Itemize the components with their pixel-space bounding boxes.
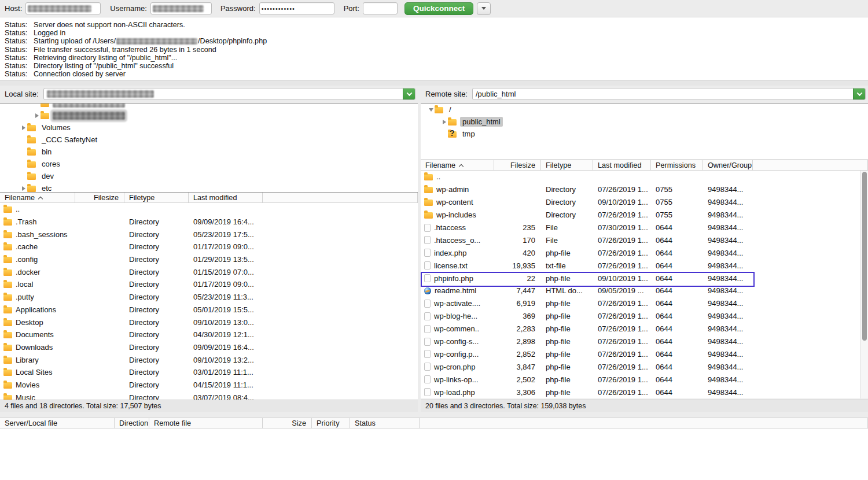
local-site-input[interactable] [43,88,415,100]
file-icon [424,350,431,358]
queue-column-remote-file[interactable]: Remote file [149,418,263,429]
queue-column-direction[interactable]: Direction [115,418,149,429]
expand-arrow-icon[interactable] [441,120,448,124]
list-row[interactable]: wp-config-s...2,898php-file07/26/2019 1.… [421,335,868,348]
list-row[interactable]: .htaccess235File07/30/2019 1...064494983… [421,221,868,234]
column-header-filetype[interactable]: Filetype [124,193,189,203]
list-row[interactable]: DesktopDirectory09/10/2019 13:0... [0,316,418,328]
host-input[interactable] [25,2,101,14]
list-row[interactable]: .dockerDirectory01/15/2019 07:0... [0,265,418,278]
list-row[interactable]: .TrashDirectory09/09/2019 16:4... [0,216,418,228]
folder-icon [3,307,12,313]
tree-item[interactable]: tmp [421,128,868,140]
column-header-permissions[interactable]: Permissions [651,160,703,171]
column-header-filesize[interactable]: Filesize [75,193,124,203]
list-row[interactable]: phpinfo.php22php-file09/10/2019 1...0644… [421,272,868,285]
tree-item[interactable]: _CCC SafetyNet [0,134,418,146]
folder-icon [3,382,12,389]
owner-cell: 9498344... [703,348,753,360]
column-header-last-modified[interactable]: Last modified [593,160,651,171]
tree-item[interactable] [0,103,418,109]
scrollbar-thumb[interactable] [862,172,867,341]
column-header-filesize[interactable]: Filesize [494,160,541,171]
list-row[interactable]: .bash_sessionsDirectory05/23/2019 17:5..… [0,228,418,241]
list-row[interactable]: wp-contentDirectory09/10/2019 1...075594… [421,196,868,209]
list-row[interactable]: DocumentsDirectory04/30/2019 12:1... [0,328,418,341]
local-site-dropdown-button[interactable] [403,88,415,100]
expand-arrow-icon[interactable] [20,186,27,191]
list-row[interactable]: DownloadsDirectory09/09/2019 16:4... [0,341,418,354]
tree-item[interactable]: / [421,104,868,116]
filename-text: .htaccess [434,223,466,232]
password-input[interactable]: •••••••••••• [259,2,334,14]
spacer-cell [263,366,418,379]
list-row[interactable]: Local SitesDirectory03/01/2019 11:1... [0,366,418,379]
filesize-cell [494,171,541,183]
list-row[interactable]: wp-config.p...2,852php-file07/26/2019 1.… [421,348,868,360]
filetype-cell: txt-file [541,259,593,272]
column-header-filename[interactable]: Filename [421,160,494,171]
list-row[interactable]: wp-blog-he...369php-file07/26/2019 1...0… [421,310,868,323]
queue-column-status[interactable]: Status [350,418,420,429]
folder-icon [448,119,457,125]
column-header-filetype[interactable]: Filetype [541,160,593,171]
list-row[interactable]: .htaccess_o...170File07/26/2019 1...0644… [421,234,868,246]
filesize-cell [75,228,124,241]
username-input[interactable] [150,2,212,14]
tree-item[interactable]: dev [0,170,418,182]
column-header-owner-group[interactable]: Owner/Group [703,160,753,171]
list-row[interactable]: readme.html7,447HTML do...09/05/2019 ...… [421,285,868,297]
spacer-cell [263,353,418,366]
folder-icon [424,200,433,206]
list-row[interactable]: wp-links-op...2,502php-file07/26/2019 1.… [421,373,868,386]
status-label: Status: [0,62,34,70]
modified-cell: 07/26/2019 1... [593,360,651,373]
collapse-arrow-icon[interactable] [428,108,435,112]
spacer-cell [753,183,868,196]
list-row[interactable]: index.php420php-file07/26/2019 1...06449… [421,246,868,259]
list-row[interactable]: .cacheDirectory01/17/2019 09:0... [0,241,418,253]
tree-item[interactable]: cores [0,158,418,170]
port-input[interactable] [363,2,398,14]
quickconnect-dropdown-button[interactable] [477,2,491,15]
queue-column-size[interactable]: Size [263,418,312,429]
list-row[interactable]: wp-activate....6,919php-file07/26/2019 1… [421,297,868,310]
list-row[interactable]: .localDirectory01/17/2019 09:0... [0,278,418,291]
tree-item-label: _CCC SafetyNet [39,135,100,145]
expand-arrow-icon[interactable] [34,113,41,118]
list-row[interactable]: .. [421,171,868,183]
list-row[interactable]: ApplicationsDirectory05/01/2019 15:5... [0,304,418,316]
remote-site-dropdown-button[interactable] [853,88,865,100]
queue-column-priority[interactable]: Priority [312,418,350,429]
list-row[interactable]: license.txt19,935txt-file07/26/2019 1...… [421,259,868,272]
column-header-filename[interactable]: Filename [0,193,75,203]
list-row[interactable]: wp-includesDirectory07/26/2019 1...07559… [421,209,868,221]
filetype-cell [541,171,593,183]
owner-cell: 9498344... [703,209,753,221]
list-row[interactable]: MusicDirectory03/07/2019 08:4... [0,391,418,400]
tree-item[interactable]: Volumes [0,121,418,134]
list-row[interactable]: LibraryDirectory09/10/2019 13:2... [0,353,418,366]
tree-item[interactable]: etc [0,182,418,193]
list-row[interactable]: MoviesDirectory04/15/2019 11:1... [0,379,418,392]
filename-cell: Desktop [0,316,75,328]
status-message: Retrieving directory listing of "/public… [34,54,177,62]
queue-column-server-local-file[interactable]: Server/Local file [0,418,115,429]
list-row[interactable]: .. [0,203,418,216]
list-row[interactable]: .puttyDirectory05/23/2019 11:3... [0,291,418,304]
list-row[interactable]: .configDirectory01/29/2019 13:5... [0,253,418,266]
modified-cell: 09/05/2019 ... [593,285,651,297]
list-row[interactable]: wp-adminDirectory07/26/2019 1...07559498… [421,183,868,196]
quickconnect-button[interactable]: Quickconnect [404,2,473,15]
remote-site-input[interactable]: /public_html [472,88,866,100]
list-row[interactable]: wp-commen..2,283php-file07/26/2019 1...0… [421,323,868,335]
tree-item[interactable]: bin [0,146,418,158]
tree-item[interactable]: public_html [421,116,868,128]
list-row[interactable]: wp-cron.php3,847php-file07/26/2019 1...0… [421,360,868,373]
remote-scrollbar[interactable] [860,171,868,398]
list-row[interactable]: wp-load.php3,306php-file07/26/2019 1...0… [421,386,868,398]
expand-arrow-icon[interactable] [20,125,27,130]
modified-cell: 05/01/2019 15:5... [189,304,263,316]
tree-item[interactable] [0,109,418,121]
column-header-last-modified[interactable]: Last modified [189,193,263,203]
